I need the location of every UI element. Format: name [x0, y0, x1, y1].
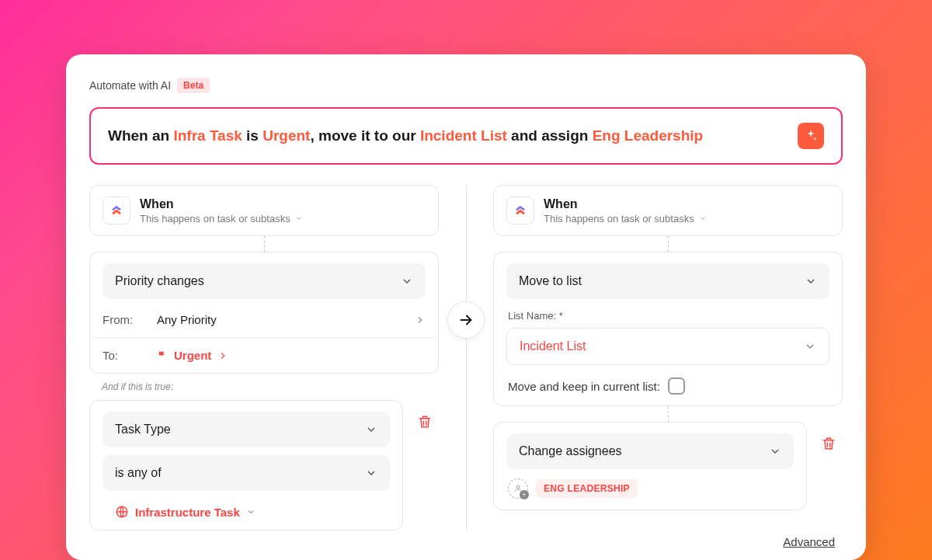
- clickup-logo-icon: [103, 197, 130, 224]
- when-scope-dropdown[interactable]: This happens on task or subtasks: [544, 213, 707, 224]
- delete-condition-button[interactable]: [411, 408, 439, 436]
- priority-trigger-block: Priority changes From: Any Priority To:: [89, 252, 439, 374]
- ai-prompt-input[interactable]: When an Infra Task is Urgent, move it to…: [89, 107, 843, 165]
- flag-icon: [157, 350, 168, 361]
- chevron-down-icon: [401, 275, 413, 287]
- change-assignees-action: Change assignees ENG LEADERSHIP: [493, 422, 807, 510]
- ai-generate-button[interactable]: [798, 123, 824, 149]
- trash-icon: [417, 414, 433, 430]
- chevron-down-icon: [769, 445, 781, 457]
- condition-operator-dropdown[interactable]: is any of: [103, 455, 390, 491]
- keep-in-list-checkbox[interactable]: [668, 377, 685, 395]
- chevron-down-icon: [805, 275, 817, 287]
- chevron-down-icon: [699, 214, 707, 222]
- arrow-right-icon: [457, 311, 475, 329]
- condition-label: And if this is true:: [89, 374, 439, 400]
- chevron-right-icon: [415, 315, 426, 325]
- trigger-when-block: When This happens on task or subtasks: [89, 185, 439, 236]
- advanced-link[interactable]: Advanced: [783, 535, 835, 548]
- globe-icon: [115, 505, 129, 519]
- automate-label: Automate with AI: [89, 79, 171, 92]
- condition-field-dropdown[interactable]: Task Type: [103, 412, 390, 447]
- from-priority-row[interactable]: From: Any Priority: [90, 302, 438, 337]
- person-icon: [513, 484, 523, 493]
- list-name-label: List Name: *: [508, 310, 829, 322]
- automate-header: Automate with AI Beta: [89, 78, 843, 93]
- action-when-block: When This happens on task or subtasks: [493, 185, 843, 236]
- action-type-dropdown[interactable]: Move to list: [506, 263, 829, 299]
- flow-arrow: [447, 301, 485, 339]
- delete-action-button[interactable]: [815, 430, 843, 457]
- chevron-down-icon: [246, 507, 256, 517]
- chevron-down-icon: [804, 340, 816, 353]
- assignee-chip[interactable]: ENG LEADERSHIP: [536, 479, 638, 498]
- add-assignee-button[interactable]: [508, 478, 528, 499]
- clickup-logo-icon: [506, 197, 534, 224]
- list-name-select[interactable]: Incident List: [506, 328, 829, 365]
- condition-block: Task Type is any of Infrastructure Task: [89, 400, 403, 530]
- move-to-list-action: Move to list List Name: * Incident List …: [493, 252, 843, 406]
- condition-value[interactable]: Infrastructure Task: [103, 499, 390, 519]
- chevron-down-icon: [365, 467, 377, 479]
- column-divider: [466, 185, 467, 530]
- when-title: When: [544, 197, 707, 211]
- chevron-down-icon: [295, 214, 303, 222]
- when-title: When: [140, 197, 303, 211]
- beta-badge: Beta: [177, 78, 210, 93]
- trash-icon: [821, 436, 836, 451]
- chevron-down-icon: [365, 423, 377, 436]
- trigger-type-dropdown[interactable]: Priority changes: [103, 263, 426, 299]
- when-scope-dropdown[interactable]: This happens on task or subtasks: [140, 213, 303, 224]
- sparkle-icon: [804, 129, 818, 143]
- svg-point-1: [516, 485, 520, 489]
- action-type-dropdown[interactable]: Change assignees: [506, 433, 794, 469]
- chevron-right-icon: [217, 350, 228, 361]
- to-priority-row[interactable]: To: Urgent: [90, 338, 438, 373]
- keep-in-list-label: Move and keep in current list:: [508, 380, 660, 393]
